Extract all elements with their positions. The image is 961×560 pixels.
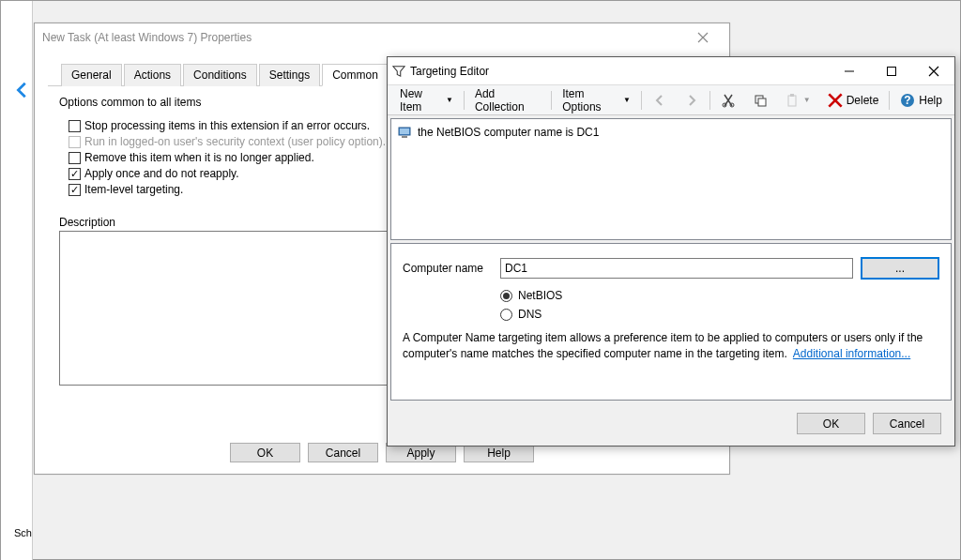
separator (464, 91, 465, 110)
move-right-button (676, 88, 708, 113)
targeting-item-row[interactable]: the NetBIOS computer name is DC1 (397, 125, 945, 140)
targeting-titlebar[interactable]: Targeting Editor (388, 57, 954, 85)
item-details: Computer name ... NetBIOS DNS A Computer… (390, 243, 952, 401)
ok-button[interactable]: OK (230, 443, 300, 462)
browse-button[interactable]: ... (861, 257, 939, 280)
chevron-down-icon: ▼ (446, 96, 453, 104)
computer-name-input[interactable] (500, 258, 853, 279)
additional-info-link[interactable]: Additional information... (793, 347, 910, 360)
targeting-title: Targeting Editor (410, 65, 828, 78)
checkbox-icon (69, 152, 81, 164)
separator (889, 91, 890, 110)
separator (551, 91, 552, 110)
checkbox-icon (69, 136, 81, 148)
tab-settings[interactable]: Settings (259, 64, 320, 86)
tab-conditions[interactable]: Conditions (183, 64, 257, 86)
option-label: Stop processing items in this extension … (84, 119, 370, 132)
checkbox-checked-icon: ✓ (69, 184, 81, 196)
paste-button: ▼ (776, 88, 819, 113)
svg-rect-11 (400, 129, 409, 134)
copy-button[interactable] (744, 88, 776, 113)
option-label: Remove this item when it is no longer ap… (84, 151, 314, 164)
tab-actions[interactable]: Actions (124, 64, 181, 86)
item-text: the NetBIOS computer name is DC1 (418, 126, 599, 139)
ok-button[interactable]: OK (797, 413, 865, 434)
radio-label: DNS (518, 308, 542, 321)
field-label: Computer name (403, 262, 493, 275)
back-button[interactable] (12, 80, 33, 100)
separator (641, 91, 642, 110)
maximize-button[interactable] (870, 58, 912, 84)
computer-name-row: Computer name ... (403, 257, 939, 280)
new-item-dropdown[interactable]: New Item ▼ (391, 83, 462, 118)
tab-general[interactable]: General (61, 64, 122, 86)
targeting-button-row: OK Cancel (797, 413, 941, 434)
option-label: Apply once and do not reapply. (84, 167, 239, 180)
checkbox-checked-icon: ✓ (69, 168, 81, 180)
svg-rect-12 (402, 136, 407, 138)
move-left-button (644, 88, 676, 113)
targeting-editor-dialog: Targeting Editor New Item ▼ Add Collecti… (387, 56, 955, 446)
properties-title: New Task (At least Windows 7) Properties (42, 31, 684, 44)
svg-rect-5 (758, 98, 766, 106)
window-controls (828, 58, 954, 84)
properties-close-button[interactable] (684, 24, 722, 51)
option-label: Item-level targeting. (84, 183, 183, 196)
minimize-button[interactable] (828, 58, 870, 84)
radio-icon (500, 309, 512, 321)
item-options-dropdown[interactable]: Item Options ▼ (554, 83, 639, 118)
radio-checked-icon (500, 290, 512, 302)
separator (709, 91, 710, 110)
svg-rect-7 (790, 94, 794, 97)
info-text: A Computer Name targeting item allows a … (403, 330, 939, 362)
option-label: Run in logged-on user's security context… (84, 135, 386, 148)
toolbar: New Item ▼ Add Collection Item Options ▼… (388, 85, 954, 115)
properties-titlebar: New Task (At least Windows 7) Properties (35, 23, 729, 52)
checkbox-icon (69, 120, 81, 132)
bottom-label: Sch (14, 527, 32, 538)
tab-common[interactable]: Common (322, 64, 389, 86)
radio-label: NetBIOS (518, 289, 562, 302)
svg-rect-1 (887, 67, 895, 75)
chevron-down-icon: ▼ (623, 96, 631, 104)
cancel-button[interactable]: Cancel (873, 413, 941, 434)
funnel-icon (388, 65, 410, 78)
dns-radio-row[interactable]: DNS (500, 308, 939, 321)
targeting-items-list[interactable]: the NetBIOS computer name is DC1 (390, 118, 952, 240)
left-gutter (1, 1, 33, 560)
delete-button[interactable]: Delete (819, 88, 888, 113)
add-collection-button[interactable]: Add Collection (466, 83, 549, 118)
svg-text:?: ? (905, 94, 911, 107)
chevron-down-icon: ▼ (803, 96, 811, 104)
computer-icon (397, 125, 412, 140)
cut-button[interactable] (712, 88, 744, 113)
close-button[interactable] (912, 58, 954, 84)
svg-rect-6 (788, 96, 796, 106)
cancel-button[interactable]: Cancel (308, 443, 378, 462)
netbios-radio-row[interactable]: NetBIOS (500, 289, 939, 302)
help-button-toolbar[interactable]: ? Help (892, 88, 951, 113)
